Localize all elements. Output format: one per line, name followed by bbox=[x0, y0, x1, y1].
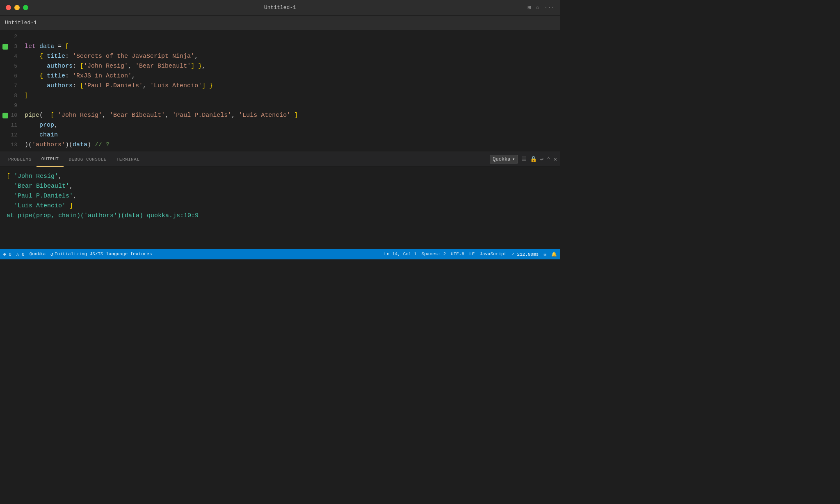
quokka-status: Quokka bbox=[30, 252, 46, 257]
code-line: 11 prop, bbox=[0, 120, 560, 130]
tabbar: Untitled-1 bbox=[0, 16, 560, 30]
line-content: )('authors')(data) // ? bbox=[21, 140, 560, 150]
line-content: chain bbox=[21, 130, 560, 140]
output-line: [ 'John Resig', bbox=[7, 172, 554, 182]
code-line: 9 bbox=[0, 101, 560, 111]
encoding[interactable]: UTF-8 bbox=[451, 252, 464, 257]
line-content: authors: ['John Resig', 'Bear Bibeault']… bbox=[21, 61, 560, 71]
chevron-down-icon: ▾ bbox=[512, 156, 515, 162]
line-content: { title: 'RxJS in Action', bbox=[21, 71, 560, 81]
line-number: 5 bbox=[14, 61, 17, 71]
code-line: 13)('authors')(data) // ? bbox=[0, 140, 560, 150]
output-source-dropdown[interactable]: Quokka ▾ bbox=[490, 155, 518, 163]
feedback-icon[interactable]: ✉ bbox=[543, 252, 546, 257]
spinner-icon: ↺ bbox=[50, 252, 53, 257]
indentation[interactable]: Spaces: 2 bbox=[422, 252, 446, 257]
code-line: 10pipe( [ 'John Resig', 'Bear Bibeault',… bbox=[0, 111, 560, 120]
quokka-label: Quokka bbox=[30, 252, 46, 257]
statusbar-left: ⊗ 0 △ 0 Quokka ↺ Initializing JS/TS lang… bbox=[3, 252, 152, 257]
output-line: 'Paul P.Daniels', bbox=[7, 191, 554, 201]
notification-icon[interactable]: 🔔 bbox=[551, 252, 557, 257]
lock-icon[interactable]: 🔒 bbox=[530, 156, 537, 163]
line-number: 6 bbox=[14, 71, 17, 81]
line-number: 13 bbox=[11, 140, 17, 150]
titlebar: Untitled-1 ⊞ ○ ··· bbox=[0, 0, 560, 16]
close-button[interactable] bbox=[6, 5, 11, 10]
code-line: 2 bbox=[0, 32, 560, 42]
code-line: 3let data = [ bbox=[0, 42, 560, 52]
statusbar: ⊗ 0 △ 0 Quokka ↺ Initializing JS/TS lang… bbox=[0, 249, 560, 259]
line-content: { title: 'Secrets of the JavaScript Ninj… bbox=[21, 52, 560, 61]
titlebar-right-controls: ⊞ ○ ··· bbox=[527, 4, 555, 11]
code-line: 6 { title: 'RxJS in Action', bbox=[0, 71, 560, 81]
statusbar-right: Ln 14, Col 1 Spaces: 2 UTF-8 LF JavaScri… bbox=[384, 252, 557, 257]
split-editor-icon[interactable]: ⊞ bbox=[527, 4, 531, 11]
line-content: pipe( [ 'John Resig', 'Bear Bibeault', '… bbox=[21, 111, 560, 120]
clear-output-icon[interactable]: ☰ bbox=[521, 156, 527, 163]
code-line: 8] bbox=[0, 91, 560, 101]
line-number: 9 bbox=[14, 101, 17, 111]
more-actions-icon[interactable]: ··· bbox=[544, 5, 555, 11]
editor-tab[interactable]: Untitled-1 bbox=[5, 18, 37, 27]
output-line: at pipe(prop, chain)('authors')(data) qu… bbox=[7, 211, 554, 221]
output-line: 'Bear Bibeault', bbox=[7, 182, 554, 191]
timing: ✓ 212.90ms bbox=[511, 252, 539, 257]
code-line: 7 authors: ['Paul P.Daniels', 'Luis Aten… bbox=[0, 81, 560, 91]
circle-icon: ○ bbox=[536, 5, 539, 11]
line-content: authors: ['Paul P.Daniels', 'Luis Atenci… bbox=[21, 81, 560, 91]
code-line: 4 { title: 'Secrets of the JavaScript Ni… bbox=[0, 52, 560, 61]
line-number: 3 bbox=[14, 42, 17, 52]
code-lines: 23let data = [4 { title: 'Secrets of the… bbox=[0, 30, 560, 152]
line-number: 12 bbox=[11, 130, 17, 140]
line-number: 4 bbox=[14, 52, 17, 61]
minimize-button[interactable] bbox=[14, 5, 20, 10]
code-line: 5 authors: ['John Resig', 'Bear Bibeault… bbox=[0, 61, 560, 71]
warning-count[interactable]: △ 0 bbox=[16, 252, 25, 257]
cursor-position[interactable]: Ln 14, Col 1 bbox=[384, 252, 416, 257]
window-title: Untitled-1 bbox=[264, 5, 296, 11]
code-editor[interactable]: 23let data = [4 { title: 'Secrets of the… bbox=[0, 30, 560, 152]
code-line: 12 chain bbox=[0, 130, 560, 140]
panel-tabs: PROBLEMS OUTPUT DEBUG CONSOLE TERMINAL Q… bbox=[0, 152, 560, 167]
line-ending[interactable]: LF bbox=[469, 252, 475, 257]
panel-controls: Quokka ▾ ☰ 🔒 ↩ ⌃ ✕ bbox=[490, 155, 557, 163]
output-area: [ 'John Resig', 'Bear Bibeault', 'Paul P… bbox=[0, 167, 560, 249]
close-panel-icon[interactable]: ✕ bbox=[554, 156, 557, 163]
tab-output[interactable]: OUTPUT bbox=[37, 152, 64, 167]
maximize-button[interactable] bbox=[23, 5, 28, 10]
tab-debug-console[interactable]: DEBUG CONSOLE bbox=[64, 152, 111, 167]
tab-terminal[interactable]: TERMINAL bbox=[112, 152, 145, 167]
line-content: ] bbox=[21, 91, 560, 101]
language-status: ↺ Initializing JS/TS language features bbox=[50, 252, 152, 257]
dropdown-label: Quokka bbox=[493, 157, 510, 162]
chevron-up-icon[interactable]: ⌃ bbox=[547, 156, 550, 163]
language-mode[interactable]: JavaScript bbox=[479, 252, 507, 257]
tab-problems[interactable]: PROBLEMS bbox=[3, 152, 37, 167]
line-number: 10 bbox=[11, 111, 17, 120]
line-number: 11 bbox=[11, 120, 17, 130]
line-number: 2 bbox=[14, 32, 17, 42]
wrap-icon[interactable]: ↩ bbox=[540, 156, 543, 163]
window-controls[interactable] bbox=[6, 5, 28, 10]
error-count[interactable]: ⊗ 0 bbox=[3, 252, 11, 257]
line-content: let data = [ bbox=[21, 42, 560, 52]
line-number: 7 bbox=[14, 81, 17, 91]
output-line: 'Luis Atencio' ] bbox=[7, 201, 554, 211]
panel: PROBLEMS OUTPUT DEBUG CONSOLE TERMINAL Q… bbox=[0, 152, 560, 249]
line-content: prop, bbox=[21, 120, 560, 130]
line-number: 8 bbox=[14, 91, 17, 101]
